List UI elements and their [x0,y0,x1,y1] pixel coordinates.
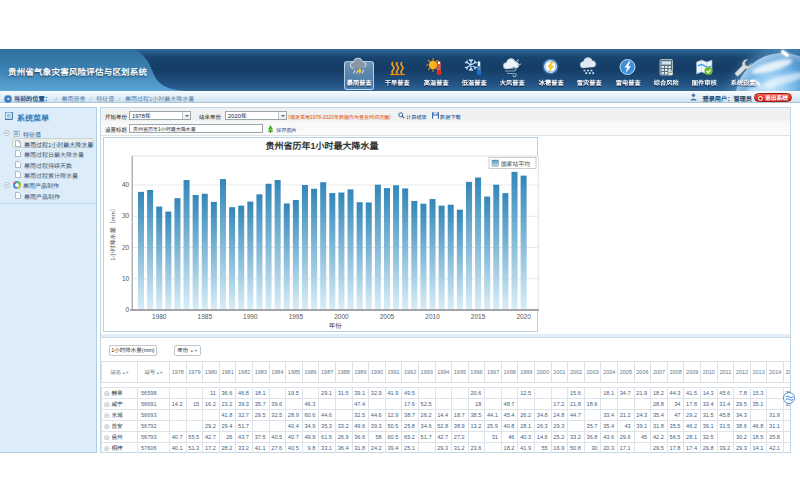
svg-text:30: 30 [122,212,130,219]
svg-text:2015: 2015 [471,313,486,320]
svg-text:2000: 2000 [334,313,349,320]
svg-text:2005: 2005 [380,313,395,320]
svg-text:20: 20 [122,244,130,251]
svg-text:1小时降水量（mm）: 1小时降水量（mm） [109,205,116,260]
svg-text:0: 0 [126,306,130,313]
svg-text:1990: 1990 [243,313,258,320]
svg-text:贵州省历年1小时最大降水量: 贵州省历年1小时最大降水量 [265,141,378,151]
svg-text:40: 40 [122,181,130,188]
svg-text:年份: 年份 [329,322,343,329]
svg-text:1995: 1995 [289,313,304,320]
svg-text:2020: 2020 [516,313,531,320]
svg-text:1980: 1980 [152,313,167,320]
svg-text:1985: 1985 [198,313,213,320]
svg-text:2010: 2010 [425,313,440,320]
svg-text:国家站平均: 国家站平均 [501,161,530,167]
svg-text:10: 10 [122,275,130,282]
